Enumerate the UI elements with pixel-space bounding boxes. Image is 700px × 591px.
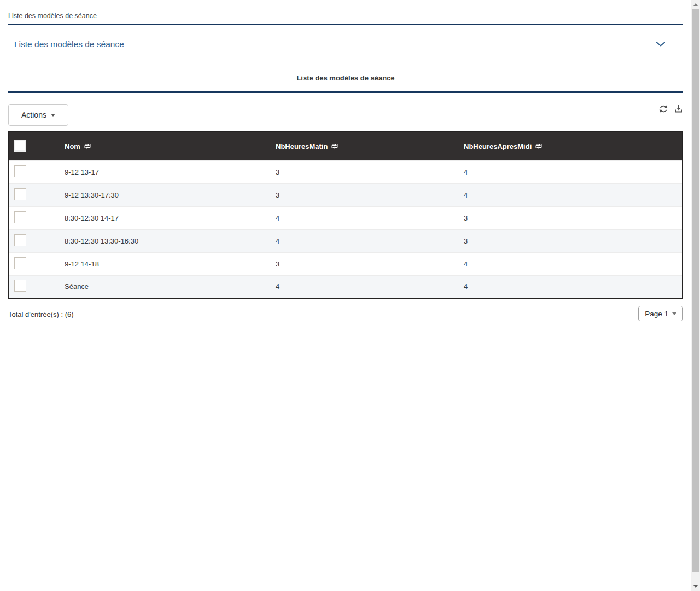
scrollbar-thumb[interactable] (692, 9, 699, 572)
cell-nom: 8:30-12:30 14-17 (58, 206, 269, 229)
refresh-icon[interactable] (659, 105, 668, 113)
scrollbar-up-arrow[interactable] (691, 0, 700, 9)
caret-down-icon (51, 114, 55, 117)
table-row[interactable]: 9-12 14-18 3 4 (9, 252, 682, 275)
page-select-label: Page 1 (645, 310, 668, 318)
table-title: Liste des modèles de séance (8, 63, 683, 93)
cell-nom: 9-12 13-17 (58, 160, 269, 183)
column-header-nbheuresapresmidi[interactable]: NbHeuresApresMidi (457, 132, 682, 160)
row-checkbox[interactable] (14, 211, 26, 223)
cell-nbheuresapresmidi: 4 (457, 160, 682, 183)
cell-nbheuresapresmidi: 3 (457, 229, 682, 252)
vertical-scrollbar[interactable] (691, 0, 700, 591)
select-all-checkbox[interactable] (14, 140, 26, 152)
download-icon[interactable] (674, 105, 683, 113)
cell-nom: 9-12 13:30-17:30 (58, 183, 269, 206)
page-content: Liste des modèles de séance Liste des mo… (8, 0, 683, 321)
sort-exchange-icon[interactable] (84, 143, 91, 149)
cell-nbheuresmatin: 4 (269, 229, 457, 252)
table-row[interactable]: 8:30-12:30 14-17 4 3 (9, 206, 682, 229)
cell-nbheuresapresmidi: 4 (457, 275, 682, 298)
scrollbar-down-arrow[interactable] (691, 582, 700, 591)
breadcrumb-title: Liste des modèles de séance (8, 0, 683, 25)
column-header-nom[interactable]: Nom (58, 132, 269, 160)
row-checkbox[interactable] (14, 234, 26, 246)
sort-exchange-icon[interactable] (331, 143, 339, 149)
models-table: Nom NbHeuresMatin (8, 131, 683, 299)
column-header-nbheuresapresmidi-label: NbHeuresApresMidi (464, 142, 532, 150)
cell-nbheuresmatin: 3 (269, 183, 457, 206)
cell-nom: 9-12 14-18 (58, 252, 269, 275)
row-checkbox[interactable] (14, 188, 26, 200)
cell-nbheuresmatin: 4 (269, 206, 457, 229)
cell-nom: 8:30-12:30 13:30-16:30 (58, 229, 269, 252)
page-select-button[interactable]: Page 1 (638, 306, 683, 321)
cell-nbheuresmatin: 3 (269, 252, 457, 275)
table-row[interactable]: 8:30-12:30 13:30-16:30 4 3 (9, 229, 682, 252)
total-entries-label: Total d'entrée(s) : (6) (8, 310, 74, 318)
cell-nbheuresapresmidi: 4 (457, 183, 682, 206)
cell-nom: Séance (58, 275, 269, 298)
table-footer: Total d'entrée(s) : (6) Page 1 (8, 306, 683, 321)
table-row[interactable]: 9-12 13-17 3 4 (9, 160, 682, 183)
caret-down-icon (672, 312, 676, 315)
collapsible-section-header[interactable]: Liste des modèles de séance (8, 25, 683, 63)
toolbar-icons (659, 105, 683, 113)
chevron-down-icon[interactable] (656, 42, 665, 47)
cell-nbheuresapresmidi: 3 (457, 206, 682, 229)
table-row[interactable]: 9-12 13:30-17:30 3 4 (9, 183, 682, 206)
actions-button[interactable]: Actions (8, 104, 68, 126)
column-header-nbheuresmatin-label: NbHeuresMatin (276, 142, 328, 150)
row-checkbox[interactable] (14, 280, 26, 292)
column-header-nbheuresmatin[interactable]: NbHeuresMatin (269, 132, 457, 160)
actions-button-label: Actions (21, 111, 46, 119)
table-row[interactable]: Séance 4 4 (9, 275, 682, 298)
toolbar: Actions (8, 104, 683, 126)
cell-nbheuresapresmidi: 4 (457, 252, 682, 275)
table-header-row: Nom NbHeuresMatin (9, 132, 682, 160)
sort-exchange-icon[interactable] (535, 143, 542, 149)
cell-nbheuresmatin: 4 (269, 275, 457, 298)
cell-nbheuresmatin: 3 (269, 160, 457, 183)
row-checkbox[interactable] (14, 165, 26, 177)
row-checkbox[interactable] (14, 257, 26, 269)
column-header-nom-label: Nom (65, 142, 80, 150)
section-header-label: Liste des modèles de séance (8, 39, 124, 49)
